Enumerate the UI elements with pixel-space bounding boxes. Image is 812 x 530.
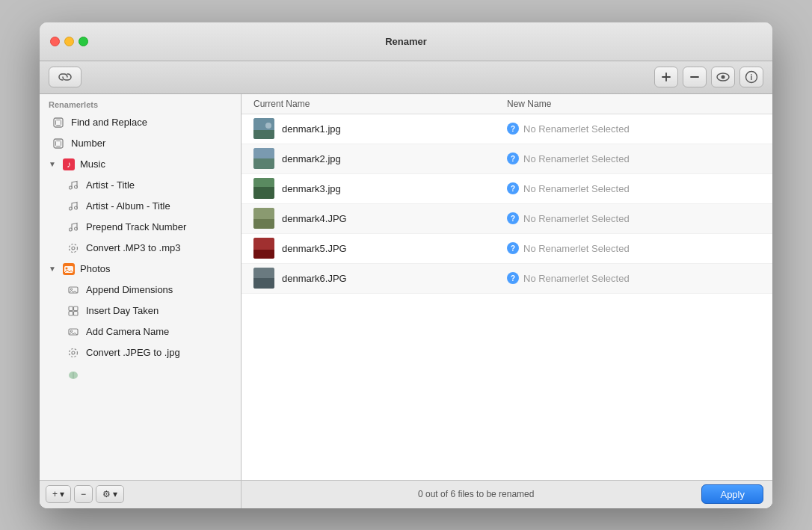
file-thumbnail: [253, 148, 274, 169]
file-name: denmark3.jpg: [282, 183, 341, 194]
chevron-icon-2: ▾: [113, 489, 117, 499]
sidebar-item-find-replace[interactable]: Find and Replace: [40, 112, 241, 133]
music-icon: ♪: [62, 158, 76, 171]
chevron-icon: ▾: [60, 489, 64, 499]
svg-point-19: [72, 247, 75, 250]
table-row[interactable]: denmark5.JPG ? No Renamerlet Selected: [242, 234, 772, 264]
no-renamerlet-icon: ?: [507, 152, 519, 164]
new-name: No Renamerlet Selected: [523, 153, 630, 164]
gear-icon-2: [67, 346, 80, 360]
no-renamerlet-icon: ?: [507, 272, 519, 284]
settings-icon: ⚙: [102, 489, 111, 499]
music-note-icon-2: [67, 200, 80, 213]
preview-button[interactable]: [711, 67, 735, 87]
column-header-current-name: Current Name: [253, 99, 507, 109]
sidebar-item-add-camera-name[interactable]: Add Camera Name: [40, 321, 241, 342]
sidebar: Renamerlets Find and Replace: [40, 94, 242, 508]
current-name-cell: denmark5.JPG: [253, 238, 507, 259]
no-renamerlet-icon: ?: [507, 212, 519, 224]
current-name-cell: denmark3.jpg: [253, 178, 507, 199]
new-name-cell: ? No Renamerlet Selected: [507, 152, 760, 164]
file-thumbnail: [253, 178, 274, 199]
window-title: Renamer: [385, 36, 427, 47]
sidebar-item-number[interactable]: Number: [40, 133, 241, 154]
svg-rect-27: [74, 306, 79, 311]
svg-text:♪: ♪: [67, 159, 71, 170]
svg-rect-36: [253, 130, 274, 139]
file-area: Current Name New Name denmark1.jpg ? No …: [242, 94, 772, 508]
svg-rect-41: [253, 187, 274, 199]
svg-rect-28: [69, 311, 73, 315]
file-name: denmark4.JPG: [282, 213, 347, 224]
svg-rect-45: [253, 250, 274, 259]
file-thumbnail: [253, 118, 274, 139]
no-renamerlet-icon: ?: [507, 182, 519, 194]
table-row[interactable]: denmark4.JPG ? No Renamerlet Selected: [242, 204, 772, 234]
plus-icon: +: [52, 489, 58, 499]
new-name-cell: ? No Renamerlet Selected: [507, 123, 760, 135]
new-name-cell: ? No Renamerlet Selected: [507, 212, 760, 224]
add-button[interactable]: [654, 67, 678, 87]
file-list: denmark1.jpg ? No Renamerlet Selected de…: [242, 114, 772, 480]
sidebar-gear-button[interactable]: ⚙ ▾: [96, 485, 124, 503]
sidebar-item-convert-jpeg[interactable]: Convert .JPEG to .jpg: [40, 342, 241, 363]
sidebar-item-artist-title[interactable]: Artist - Title: [40, 175, 241, 196]
sidebar-remove-button[interactable]: −: [74, 485, 93, 503]
close-button[interactable]: [50, 37, 60, 46]
grid-icon: [67, 304, 80, 318]
file-thumbnail: [253, 268, 274, 289]
traffic-lights: [50, 37, 88, 46]
sidebar-item-label: Convert .JPEG to .jpg: [86, 347, 180, 358]
toolbar-left: [49, 67, 81, 87]
sidebar-section-music[interactable]: ▼ ♪ Music: [40, 154, 241, 175]
minus-icon: −: [81, 489, 86, 499]
minimize-button[interactable]: [64, 37, 74, 46]
link-button[interactable]: [49, 67, 81, 87]
sidebar-item-label: Prepend Track Number: [86, 221, 186, 232]
sidebar-item-insert-day-taken[interactable]: Insert Day Taken: [40, 301, 241, 321]
sidebar-list: Find and Replace Number ▼: [40, 112, 241, 480]
no-renamerlet-icon: ?: [507, 123, 519, 135]
sidebar-item-convert-mp3[interactable]: Convert .MP3 to .mp3: [40, 238, 241, 259]
no-renamerlet-icon: ?: [507, 242, 519, 254]
sidebar-add-button[interactable]: + ▾: [46, 485, 71, 503]
gear-icon: [67, 241, 80, 255]
table-row[interactable]: denmark1.jpg ? No Renamerlet Selected: [242, 114, 772, 144]
new-name: No Renamerlet Selected: [523, 273, 630, 284]
new-name: No Renamerlet Selected: [523, 213, 630, 224]
new-name: No Renamerlet Selected: [523, 243, 630, 254]
sidebar-item-partial[interactable]: [40, 363, 241, 384]
maximize-button[interactable]: [79, 37, 88, 46]
svg-rect-9: [54, 139, 63, 148]
app-window: Renamer: [40, 22, 772, 508]
svg-rect-39: [253, 158, 274, 169]
table-row[interactable]: denmark6.JPG ? No Renamerlet Selected: [242, 264, 772, 294]
apply-button[interactable]: Apply: [701, 484, 763, 504]
new-name-cell: ? No Renamerlet Selected: [507, 272, 760, 284]
titlebar: Renamer: [40, 22, 772, 61]
file-thumbnail: [253, 238, 274, 259]
current-name-cell: denmark6.JPG: [253, 268, 507, 289]
svg-rect-43: [253, 219, 274, 229]
toolbar: i: [40, 61, 772, 94]
sidebar-item-append-dimensions[interactable]: Append Dimensions: [40, 280, 241, 301]
file-name: denmark1.jpg: [282, 123, 341, 135]
sidebar-section-photos[interactable]: ▼ Photos: [40, 259, 241, 280]
music-note-icon-3: [67, 221, 80, 234]
svg-rect-26: [69, 306, 73, 311]
table-row[interactable]: denmark2.jpg ? No Renamerlet Selected: [242, 144, 772, 174]
sidebar-item-label: Add Camera Name: [86, 326, 169, 337]
status-bar: 0 out of 6 files to be renamed Apply: [242, 480, 772, 508]
sidebar-item-prepend-track[interactable]: Prepend Track Number: [40, 217, 241, 238]
photos-icon: [62, 262, 76, 276]
info-button[interactable]: i: [739, 67, 763, 87]
table-row[interactable]: denmark3.jpg ? No Renamerlet Selected: [242, 174, 772, 204]
cube-icon: [52, 116, 65, 129]
sidebar-item-label: Artist - Album - Title: [86, 200, 170, 212]
column-header-new-name: New Name: [507, 99, 760, 109]
svg-point-4: [722, 76, 725, 79]
current-name-cell: denmark1.jpg: [253, 118, 507, 139]
remove-button[interactable]: [683, 67, 707, 87]
sidebar-item-artist-album-title[interactable]: Artist - Album - Title: [40, 196, 241, 217]
status-text: 0 out of 6 files to be renamed: [250, 489, 701, 499]
